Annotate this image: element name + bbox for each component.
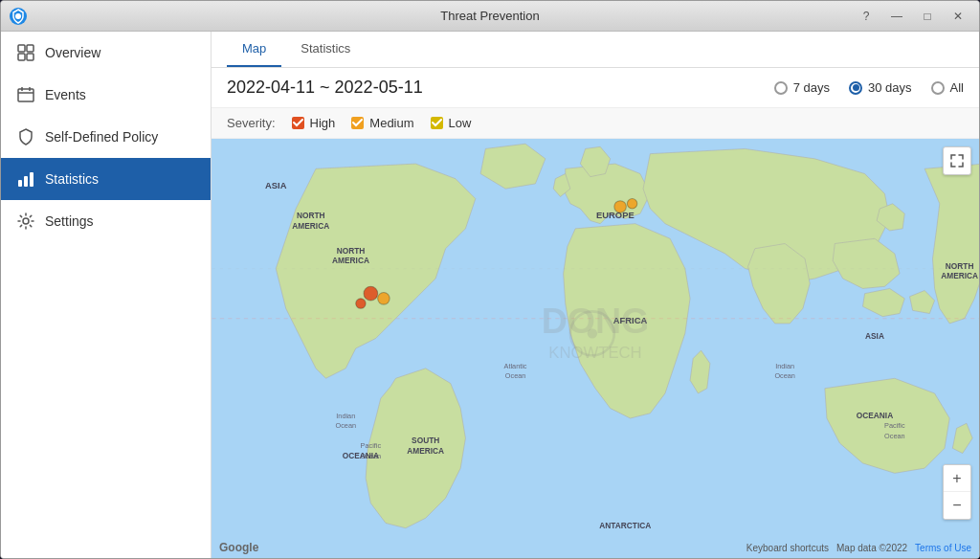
svg-text:ASIA: ASIA <box>865 331 884 341</box>
severity-bar: Severity: High <box>212 108 979 139</box>
severity-low-label: Low <box>449 116 472 130</box>
app-window: Threat Prevention ? — □ ✕ Overvi <box>0 0 980 559</box>
severity-medium[interactable]: Medium <box>350 116 413 130</box>
svg-text:AMERICA: AMERICA <box>407 446 444 456</box>
severity-label: Severity: <box>227 116 276 130</box>
checkbox-medium-icon <box>350 116 365 130</box>
sidebar-label-overview: Overview <box>45 45 100 60</box>
sidebar: Overview Events <box>1 32 212 558</box>
svg-rect-4 <box>18 54 25 60</box>
svg-text:Ocean: Ocean <box>336 421 357 430</box>
main-layout: Overview Events <box>1 32 979 558</box>
svg-rect-10 <box>18 180 22 187</box>
severity-low[interactable]: Low <box>430 116 472 130</box>
map-background: NORTH AMERICA NORTH AMERICA ASIA EUROPE … <box>212 139 979 558</box>
filter-30days-label: 30 days <box>868 80 912 95</box>
filter-all-label: All <box>950 80 964 95</box>
sidebar-label-settings: Settings <box>45 213 94 229</box>
svg-text:Pacific: Pacific <box>361 441 382 450</box>
svg-point-1 <box>15 13 21 19</box>
fullscreen-button[interactable] <box>943 146 971 175</box>
sidebar-label-statistics: Statistics <box>45 171 99 187</box>
svg-text:AMERICA: AMERICA <box>332 256 369 265</box>
svg-text:EUROPE: EUROPE <box>596 211 635 220</box>
map-container: NORTH AMERICA NORTH AMERICA ASIA EUROPE … <box>212 139 979 558</box>
map-data-label: Map data ©2022 <box>836 543 907 553</box>
keyboard-shortcuts[interactable]: Keyboard shortcuts <box>746 543 829 553</box>
map-credits: Keyboard shortcuts Map data ©2022 Terms … <box>746 543 971 553</box>
zoom-in-button[interactable]: + <box>944 465 970 492</box>
statistics-icon <box>16 169 35 189</box>
svg-text:ASIA: ASIA <box>265 181 287 190</box>
help-button[interactable]: ? <box>853 5 880 28</box>
minimize-button[interactable]: — <box>883 5 910 28</box>
settings-icon <box>16 212 35 231</box>
title-bar: Threat Prevention ? — □ ✕ <box>1 1 979 32</box>
sidebar-label-events: Events <box>45 87 86 102</box>
svg-rect-2 <box>18 45 25 52</box>
maximize-button[interactable]: □ <box>914 5 941 28</box>
svg-point-49 <box>364 286 378 301</box>
sidebar-item-policy[interactable]: Self-Defined Policy <box>1 116 211 158</box>
svg-point-53 <box>627 199 636 209</box>
tabs-bar: Map Statistics <box>212 32 979 68</box>
content-area: Map Statistics 2022-04-11 ~ 2022-05-11 7… <box>212 32 979 558</box>
map-footer: Google Keyboard shortcuts Map data ©2022… <box>212 541 979 554</box>
svg-point-50 <box>378 293 390 305</box>
checkbox-high-icon <box>291 116 305 130</box>
window-title: Threat Prevention <box>440 9 539 23</box>
svg-rect-6 <box>18 89 33 101</box>
severity-medium-label: Medium <box>369 116 413 130</box>
sidebar-label-policy: Self-Defined Policy <box>45 129 158 145</box>
sidebar-item-settings[interactable]: Settings <box>1 200 211 242</box>
sidebar-item-overview[interactable]: Overview <box>1 32 211 74</box>
svg-text:OCEANIA: OCEANIA <box>857 411 893 420</box>
svg-point-51 <box>356 299 366 308</box>
svg-rect-11 <box>24 176 28 187</box>
filter-7days[interactable]: 7 days <box>774 80 830 95</box>
svg-text:NORTH: NORTH <box>337 246 366 256</box>
svg-text:NORTH: NORTH <box>297 211 325 220</box>
svg-text:OCEANIA: OCEANIA <box>343 451 379 460</box>
sidebar-item-events[interactable]: Events <box>1 74 211 116</box>
overview-icon <box>16 43 35 62</box>
svg-text:ANTARCTICA: ANTARCTICA <box>599 521 651 530</box>
sidebar-item-statistics[interactable]: Statistics <box>1 158 211 200</box>
tab-statistics[interactable]: Statistics <box>285 32 366 67</box>
svg-text:KNOWTECH: KNOWTECH <box>548 344 641 362</box>
checkbox-low-icon <box>430 116 444 130</box>
window-controls: ? — □ ✕ <box>853 5 971 28</box>
date-range-display: 2022-04-11 ~ 2022-05-11 <box>227 78 423 98</box>
zoom-out-button[interactable]: − <box>944 492 970 519</box>
svg-text:Ocean: Ocean <box>774 371 795 380</box>
date-range-bar: 2022-04-11 ~ 2022-05-11 7 days 30 days A… <box>212 68 979 108</box>
svg-rect-12 <box>30 172 33 187</box>
svg-rect-3 <box>27 45 33 52</box>
svg-text:Ocean: Ocean <box>505 371 526 380</box>
filter-7days-label: 7 days <box>793 80 830 95</box>
svg-point-48 <box>588 328 597 338</box>
filter-30days[interactable]: 30 days <box>849 80 912 95</box>
events-icon <box>16 85 35 104</box>
terms-of-use[interactable]: Terms of Use <box>915 543 971 553</box>
svg-text:NORTH: NORTH <box>946 261 974 271</box>
severity-high-label: High <box>310 116 336 130</box>
svg-text:AMERICA: AMERICA <box>941 271 978 280</box>
tab-map[interactable]: Map <box>227 32 281 67</box>
radio-30days <box>849 81 862 95</box>
filter-all[interactable]: All <box>931 80 964 95</box>
svg-text:SOUTH: SOUTH <box>412 436 439 445</box>
svg-text:Pacific: Pacific <box>884 421 905 430</box>
severity-high[interactable]: High <box>291 116 336 130</box>
svg-text:Indian: Indian <box>336 412 355 420</box>
radio-all <box>931 81 945 95</box>
svg-text:Ocean: Ocean <box>884 432 905 440</box>
world-map-svg: NORTH AMERICA NORTH AMERICA ASIA EUROPE … <box>212 139 979 558</box>
svg-point-52 <box>614 201 627 213</box>
svg-text:Atlantic: Atlantic <box>504 362 527 370</box>
svg-text:Indian: Indian <box>775 362 794 370</box>
time-filter-group: 7 days 30 days All <box>774 80 964 95</box>
close-button[interactable]: ✕ <box>945 5 971 28</box>
app-logo <box>9 7 28 26</box>
google-logo: Google <box>219 541 258 554</box>
